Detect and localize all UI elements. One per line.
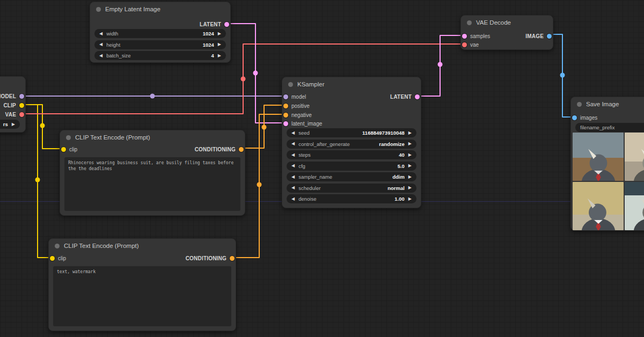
input-port-negative[interactable]: negative [283, 111, 312, 119]
height-widget[interactable]: ◀ height 1024 ▶ [94, 40, 226, 49]
increment-arrow-icon[interactable]: ▶ [408, 142, 412, 146]
link-midpoint-dot [253, 71, 258, 76]
link-midpoint-dot [40, 123, 45, 128]
input-port-images[interactable]: images [572, 113, 597, 122]
steps-widget[interactable]: ◀ steps 40 ▶ [287, 150, 416, 159]
batch-size-widget[interactable]: ◀ batch_size 4 ▶ [94, 51, 226, 60]
node-title[interactable]: CLIP Text Encode (Prompt) [60, 130, 245, 144]
ckpt-name-widget[interactable]: rs ▶ [0, 120, 20, 129]
decrement-arrow-icon[interactable]: ◀ [99, 42, 103, 47]
port-dot[interactable] [283, 104, 288, 108]
output-port-latent[interactable]: LATENT [390, 92, 420, 101]
increment-arrow-icon[interactable]: ▶ [408, 186, 412, 190]
comfyui-canvas[interactable]: { "colors": { "model": "#b39ddb", "clip"… [0, 0, 644, 337]
decrement-arrow-icon[interactable]: ◀ [291, 131, 295, 135]
output-port-model[interactable]: MODEL [0, 92, 24, 100]
decrement-arrow-icon[interactable]: ◀ [99, 32, 103, 36]
port-label: images [580, 115, 597, 121]
prompt-textarea[interactable]: Rhinoceros wearing business suit, are bu… [64, 157, 240, 211]
input-port-samples[interactable]: samples [462, 32, 490, 40]
input-port-vae[interactable]: vae [462, 40, 479, 49]
increment-arrow-icon[interactable]: ▶ [218, 42, 221, 47]
port-dot[interactable] [224, 22, 229, 27]
node-empty-latent-image[interactable]: Empty Latent Image LATENT ◀ width 1024 ▶… [90, 2, 231, 63]
port-dot[interactable] [283, 121, 288, 126]
port-dot[interactable] [19, 112, 24, 117]
increment-arrow-icon[interactable]: ▶ [408, 175, 412, 179]
generated-image-thumbnail [625, 133, 644, 181]
port-dot[interactable] [239, 147, 244, 152]
port-label: clip [69, 146, 77, 152]
increment-arrow-icon[interactable]: ▶ [408, 197, 412, 201]
node-load-checkpoint[interactable]: MODEL CLIP VAE rs ▶ [0, 76, 26, 133]
cfg-widget[interactable]: ◀ cfg 5.0 ▶ [287, 162, 416, 171]
input-port-clip[interactable]: clip [61, 145, 77, 153]
port-dot[interactable] [283, 113, 288, 118]
input-port-model[interactable]: model [283, 92, 306, 101]
increment-arrow-icon[interactable]: ▶ [408, 131, 412, 135]
widget-label: control_after_generate [298, 141, 350, 147]
decrement-arrow-icon[interactable]: ◀ [291, 153, 295, 157]
increment-arrow-icon[interactable]: ▶ [218, 32, 221, 36]
node-title[interactable]: CLIP Text Encode (Prompt) [49, 239, 236, 253]
decrement-arrow-icon[interactable]: ◀ [291, 142, 295, 146]
output-port-clip[interactable]: CLIP [3, 101, 24, 109]
widget-value: normal [324, 185, 404, 191]
collapse-dot-icon[interactable] [577, 102, 582, 107]
port-dot[interactable] [230, 256, 235, 261]
increment-arrow-icon[interactable]: ▶ [408, 164, 412, 168]
port-dot[interactable] [283, 94, 288, 99]
node-clip-text-encode-positive[interactable]: CLIP Text Encode (Prompt) clip CONDITION… [60, 130, 245, 216]
node-title[interactable]: VAE Decode [461, 16, 553, 30]
node-title-label: VAE Decode [476, 19, 511, 26]
filename-prefix-widget[interactable]: filename_prefix ComfyUI [575, 123, 644, 132]
node-vae-decode[interactable]: VAE Decode samples vae IMAGE [460, 15, 553, 50]
decrement-arrow-icon[interactable]: ◀ [291, 175, 295, 179]
denoise-widget[interactable]: ◀ denoise 1.00 ▶ [287, 194, 416, 203]
port-dot[interactable] [415, 94, 420, 99]
port-dot[interactable] [50, 256, 55, 261]
collapse-dot-icon[interactable] [96, 7, 101, 12]
port-dot[interactable] [572, 115, 577, 120]
prompt-textarea[interactable]: text, watermark [53, 266, 231, 326]
increment-arrow-icon[interactable]: ▶ [408, 153, 412, 157]
node-save-image[interactable]: Save Image images filename_prefix ComfyU… [570, 97, 644, 231]
collapse-dot-icon[interactable] [288, 82, 293, 87]
increment-arrow-icon[interactable]: ▶ [12, 122, 15, 127]
sampler-name-widget[interactable]: ◀ sampler_name ddim ▶ [287, 172, 416, 181]
port-label: negative [291, 112, 312, 118]
decrement-arrow-icon[interactable]: ◀ [291, 164, 295, 168]
port-dot[interactable] [547, 34, 552, 39]
node-title[interactable]: Empty Latent Image [90, 2, 230, 16]
decrement-arrow-icon[interactable]: ◀ [291, 197, 295, 201]
input-port-clip[interactable]: clip [50, 254, 66, 262]
node-title[interactable]: Save Image [571, 97, 644, 111]
generated-image-thumbnail [573, 133, 624, 181]
port-dot[interactable] [462, 42, 467, 47]
increment-arrow-icon[interactable]: ▶ [218, 54, 221, 58]
port-dot[interactable] [19, 94, 24, 99]
input-port-latent-image[interactable]: latent_image [283, 119, 322, 128]
node-clip-text-encode-negative[interactable]: CLIP Text Encode (Prompt) clip CONDITION… [48, 238, 236, 331]
output-port-vae[interactable]: VAE [5, 110, 24, 119]
seed-widget[interactable]: ◀ seed 116884973910048 ▶ [287, 128, 416, 137]
port-dot[interactable] [462, 34, 467, 39]
node-title[interactable]: KSampler [282, 77, 421, 91]
input-port-positive[interactable]: positive [283, 101, 310, 110]
control-after-generate-widget[interactable]: ◀ control_after_generate randomize ▶ [287, 140, 416, 149]
output-port-latent[interactable]: LATENT [200, 20, 229, 28]
collapse-dot-icon[interactable] [55, 244, 60, 248]
scheduler-widget[interactable]: ◀ scheduler normal ▶ [287, 184, 416, 193]
port-dot[interactable] [61, 147, 66, 152]
collapse-dot-icon[interactable] [66, 135, 71, 140]
decrement-arrow-icon[interactable]: ◀ [291, 186, 295, 190]
node-ksampler[interactable]: KSampler model positive negative latent_… [282, 77, 421, 208]
decrement-arrow-icon[interactable]: ◀ [99, 54, 103, 58]
width-widget[interactable]: ◀ width 1024 ▶ [94, 29, 226, 38]
port-label: VAE [5, 112, 16, 118]
collapse-dot-icon[interactable] [467, 20, 472, 25]
port-dot[interactable] [19, 103, 24, 108]
output-port-conditioning[interactable]: CONDITIONING [195, 145, 244, 153]
output-port-image[interactable]: IMAGE [525, 32, 552, 40]
output-port-conditioning[interactable]: CONDITIONING [186, 254, 235, 262]
